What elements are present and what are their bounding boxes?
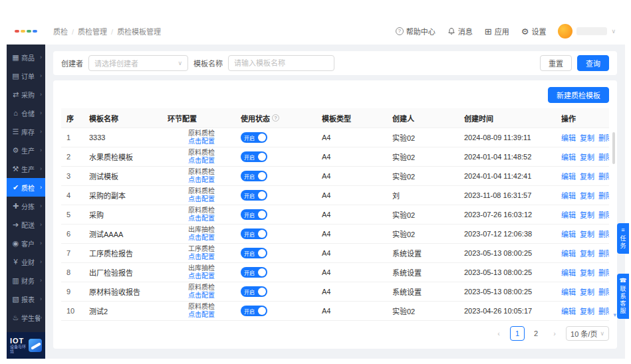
sidebar-item-icon: ➔ [11,221,20,229]
edit-link[interactable]: 编辑 [561,228,576,239]
delete-link[interactable]: 删除 [598,171,609,181]
breadcrumb-item[interactable]: 质检模板管理 [107,26,161,37]
copy-link[interactable]: 复制 [580,286,594,297]
help-center-button[interactable]: ? 帮助中心 [396,26,436,37]
delete-link[interactable]: 删除 [598,132,609,143]
configure-link[interactable]: 点击配置 [188,157,215,165]
status-toggle[interactable]: 开启 [241,248,267,258]
delete-link[interactable]: 删除 [598,267,609,278]
edit-link[interactable]: 编辑 [561,248,576,258]
column-header-status[interactable]: 使用状态 ? [235,113,316,124]
info-circle-icon[interactable]: ? [272,114,279,122]
sidebar-item[interactable]: ▤ 订单 › [7,66,45,85]
delete-link[interactable]: 删除 [598,151,609,162]
page-number-button[interactable]: 1 [510,326,525,341]
settings-button[interactable]: ⚙ 设置 [521,26,547,37]
sidebar-item[interactable]: ⚒ 生产 › [7,159,45,178]
creator-select[interactable]: 请选择创建者 ∨ [88,55,188,71]
edit-link[interactable]: 编辑 [561,267,576,278]
column-header-creator[interactable]: 创建人 [387,113,459,124]
copy-link[interactable]: 复制 [580,228,594,239]
copy-link[interactable]: 复制 [580,190,594,201]
sidebar-item[interactable]: ◉ 客户 › [7,234,45,252]
copy-link[interactable]: 复制 [580,306,594,316]
configure-link[interactable]: 点击配置 [188,292,215,300]
column-header-actions[interactable]: 操作 [556,113,609,124]
copy-link[interactable]: 复制 [580,248,594,258]
configure-link[interactable]: 点击配置 [188,215,215,223]
user-menu[interactable]: ∨ [558,24,616,39]
messages-button[interactable]: 消息 [447,26,473,37]
sidebar-footer[interactable]: IOT 设备与环境 [7,332,45,359]
configure-link[interactable]: 点击配置 [188,311,215,319]
new-template-button[interactable]: 新建质检模板 [548,87,609,103]
delete-link[interactable]: 删除 [598,248,609,258]
next-page-button[interactable]: › [547,326,562,341]
sidebar-item[interactable]: ▧ 报表 › [7,290,45,308]
table-scrollbar-thumb[interactable] [612,132,615,164]
sidebar-item[interactable]: ✔ 质检 › [7,178,45,197]
status-toggle[interactable]: 开启 [241,190,267,201]
delete-link[interactable]: 删除 [598,209,609,220]
sidebar-item[interactable]: ✚ 分拣 › [7,197,45,215]
copy-link[interactable]: 复制 [580,132,594,143]
search-button[interactable]: 查询 [577,55,609,71]
sidebar-item[interactable]: ▦ 商品 › [7,48,45,66]
template-name-input[interactable] [228,55,334,71]
status-toggle[interactable]: 开启 [241,151,267,162]
column-header-type[interactable]: 模板类型 [316,113,387,124]
sidebar-item[interactable]: ¥ 业财 › [7,252,45,271]
reset-button[interactable]: 重置 [540,55,572,71]
tasks-float-tab[interactable]: ≡ 任务 [617,223,629,254]
configure-link[interactable]: 点击配置 [188,137,215,145]
configure-link[interactable]: 点击配置 [188,176,215,184]
sidebar-item[interactable]: ⚙ 生产 › [7,141,45,159]
configure-link[interactable]: 点击配置 [188,195,215,203]
delete-link[interactable]: 删除 [598,306,609,316]
apps-button[interactable]: ⊞ 应用 [485,26,509,37]
status-toggle[interactable]: 开启 [241,306,267,316]
page-number-button[interactable]: 2 [529,326,543,341]
configure-link[interactable]: 点击配置 [188,272,215,280]
copy-link[interactable]: 复制 [580,267,594,278]
edit-link[interactable]: 编辑 [561,132,576,143]
column-header-name[interactable]: 模板名称 [84,113,162,124]
edit-link[interactable]: 编辑 [561,209,576,220]
status-toggle[interactable]: 开启 [241,171,267,181]
status-toggle[interactable]: 开启 [241,132,267,143]
copy-link[interactable]: 复制 [580,209,594,220]
sidebar-item-icon: ☰ [11,128,20,136]
column-header-stage[interactable]: 环节配置 [162,113,235,124]
scroll-down-arrow[interactable]: ▾ [613,312,616,318]
status-toggle[interactable]: 开启 [241,228,267,239]
sidebar-item[interactable]: ▥ 财务 › [7,271,45,290]
delete-link[interactable]: 删除 [598,228,609,239]
table-row: 1 3333 原料质检 点击配置 开启 A4 [61,128,609,147]
sidebar-item[interactable]: ⌂ 仓储 › [7,104,45,122]
breadcrumb-item[interactable]: 质检管理 [68,26,107,37]
configure-link[interactable]: 点击配置 [188,234,215,242]
status-toggle[interactable]: 开启 [241,209,267,220]
copy-link[interactable]: 复制 [580,151,594,162]
column-header-index[interactable]: 序 [61,113,84,124]
delete-link[interactable]: 删除 [598,190,609,201]
edit-link[interactable]: 编辑 [561,190,576,201]
breadcrumb-item[interactable]: 质检 [53,26,68,37]
edit-link[interactable]: 编辑 [561,171,576,181]
edit-link[interactable]: 编辑 [561,306,576,316]
prev-page-button[interactable]: ‹ [491,326,506,341]
column-header-time[interactable]: 创建时间 [459,113,556,124]
delete-link[interactable]: 删除 [598,286,609,297]
edit-link[interactable]: 编辑 [561,151,576,162]
status-toggle[interactable]: 开启 [241,286,267,297]
customer-service-float-tab[interactable]: ☎ 联系客服 [617,274,629,319]
sidebar-item[interactable]: ⇄ 采购 › [7,85,45,104]
status-toggle[interactable]: 开启 [241,267,267,278]
sidebar-item[interactable]: ➔ 配送 › [7,215,45,234]
edit-link[interactable]: 编辑 [561,286,576,297]
page-size-select[interactable]: 10 条/页 ∨ [566,326,609,341]
sidebar-item[interactable]: ♨ 学生餐 › [7,308,45,327]
copy-link[interactable]: 复制 [580,171,594,181]
configure-link[interactable]: 点击配置 [188,253,215,261]
sidebar-item[interactable]: ☰ 库存 › [7,122,45,141]
